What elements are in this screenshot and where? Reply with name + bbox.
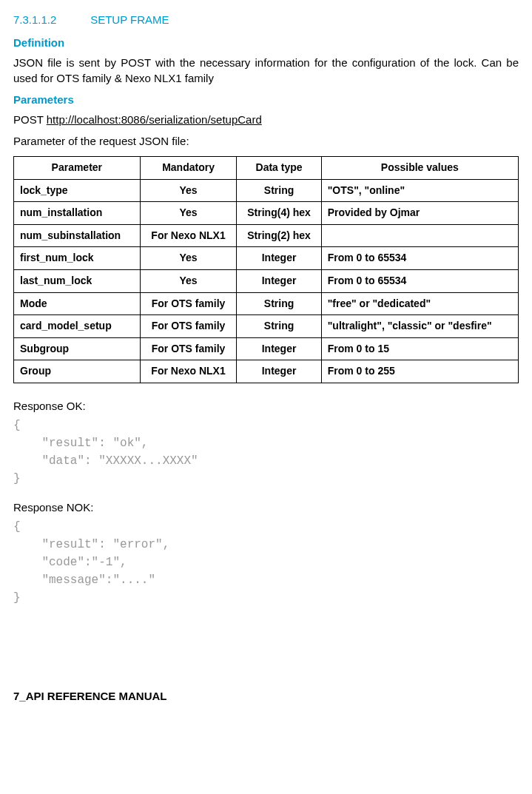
- cell-datatype: String: [237, 315, 321, 338]
- cell-mandatory: For OTS family: [140, 292, 237, 315]
- cell-parameter: lock_type: [14, 179, 141, 202]
- cell-datatype: Integer: [237, 247, 321, 270]
- http-method: POST: [13, 113, 47, 126]
- definition-heading: Definition: [13, 35, 519, 50]
- cell-datatype: String: [237, 179, 321, 202]
- cell-possible-values: From 0 to 65534: [321, 269, 518, 292]
- response-nok-label: Response NOK:: [13, 499, 519, 515]
- parameters-heading: Parameters: [13, 92, 519, 107]
- cell-parameter: num_subinstallation: [14, 224, 141, 247]
- column-header: Data type: [237, 157, 321, 180]
- table-row: ModeFor OTS familyString"free" or "dedic…: [14, 292, 519, 315]
- response-ok-label: Response OK:: [13, 398, 519, 414]
- cell-datatype: Integer: [237, 337, 321, 360]
- cell-parameter: first_num_lock: [14, 247, 141, 270]
- cell-mandatory: For Nexo NLX1: [140, 224, 237, 247]
- cell-possible-values: "OTS", "online": [321, 179, 518, 202]
- cell-possible-values: "ultralight", "classic" or "desfire": [321, 315, 518, 338]
- cell-possible-values: Provided by Ojmar: [321, 202, 518, 225]
- cell-parameter: Mode: [14, 292, 141, 315]
- cell-datatype: String: [237, 292, 321, 315]
- cell-possible-values: From 0 to 65534: [321, 247, 518, 270]
- section-number: 7.3.1.1.2: [13, 12, 87, 27]
- table-row: num_installationYesString(4) hexProvided…: [14, 202, 519, 225]
- column-header: Possible values: [321, 157, 518, 180]
- cell-datatype: String(2) hex: [237, 224, 321, 247]
- cell-datatype: String(4) hex: [237, 202, 321, 225]
- parameters-table: Parameter Mandatory Data type Possible v…: [13, 156, 519, 383]
- section-heading: 7.3.1.1.2 SETUP FRAME: [13, 12, 519, 27]
- table-row: GroupFor Nexo NLX1IntegerFrom 0 to 255: [14, 360, 519, 383]
- cell-possible-values: From 0 to 15: [321, 337, 518, 360]
- response-ok-code: { "result": "ok", "data": "XXXXX...XXXX"…: [13, 417, 519, 488]
- cell-datatype: Integer: [237, 269, 321, 292]
- cell-parameter: Group: [14, 360, 141, 383]
- cell-parameter: num_installation: [14, 202, 141, 225]
- cell-mandatory: Yes: [140, 179, 237, 202]
- cell-possible-values: From 0 to 255: [321, 360, 518, 383]
- cell-mandatory: Yes: [140, 247, 237, 270]
- cell-mandatory: Yes: [140, 202, 237, 225]
- cell-parameter: Subgroup: [14, 337, 141, 360]
- table-row: num_subinstallationFor Nexo NLX1String(2…: [14, 224, 519, 247]
- table-row: first_num_lockYesIntegerFrom 0 to 65534: [14, 247, 519, 270]
- cell-mandatory: For Nexo NLX1: [140, 360, 237, 383]
- section-title: SETUP FRAME: [90, 13, 169, 26]
- page-footer: 7_API REFERENCE MANUAL: [13, 688, 519, 704]
- table-row: SubgroupFor OTS familyIntegerFrom 0 to 1…: [14, 337, 519, 360]
- cell-mandatory: For OTS family: [140, 337, 237, 360]
- endpoint-url: http://localhost:8086/serialization/setu…: [47, 113, 262, 126]
- column-header: Mandatory: [140, 157, 237, 180]
- table-row: card_model_setupFor OTS familyString"ult…: [14, 315, 519, 338]
- table-row: lock_typeYesString"OTS", "online": [14, 179, 519, 202]
- endpoint-line: POST http://localhost:8086/serialization…: [13, 112, 519, 127]
- cell-possible-values: "free" or "dedicated": [321, 292, 518, 315]
- parameters-intro: Parameter of the request JSON file:: [13, 133, 519, 149]
- table-header-row: Parameter Mandatory Data type Possible v…: [14, 157, 519, 180]
- cell-mandatory: For OTS family: [140, 315, 237, 338]
- cell-parameter: card_model_setup: [14, 315, 141, 338]
- cell-datatype: Integer: [237, 360, 321, 383]
- cell-parameter: last_num_lock: [14, 269, 141, 292]
- cell-possible-values: [321, 224, 518, 247]
- cell-mandatory: Yes: [140, 269, 237, 292]
- column-header: Parameter: [14, 157, 141, 180]
- definition-text: JSON file is sent by POST with the neces…: [13, 55, 519, 86]
- table-row: last_num_lockYesIntegerFrom 0 to 65534: [14, 269, 519, 292]
- response-nok-code: { "result": "error", "code":"-1", "messa…: [13, 518, 519, 607]
